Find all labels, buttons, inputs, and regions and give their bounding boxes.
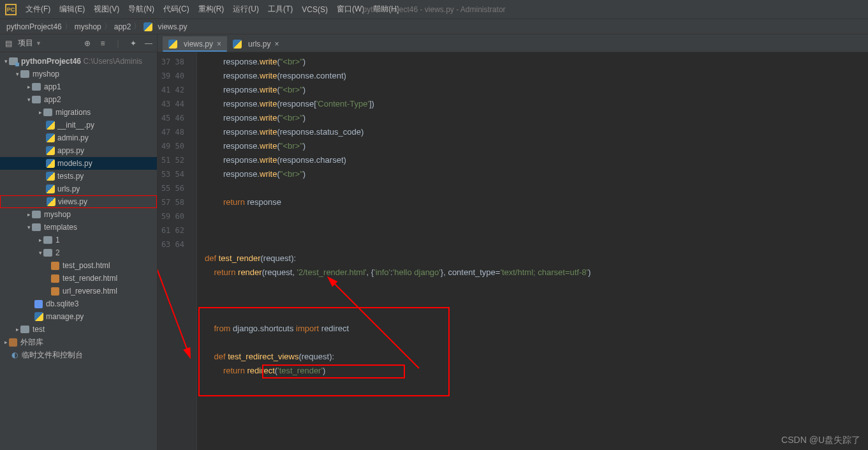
line-gutter[interactable]: 37 38 39 40 41 42 43 44 45 46 47 48 49 5… <box>158 52 188 450</box>
folder-icon <box>32 211 41 218</box>
tree-file[interactable]: urls.py <box>0 183 157 195</box>
watermark: CSDN @U盘失踪了 <box>781 435 860 446</box>
python-file-icon <box>46 133 55 142</box>
breadcrumb: pythonProject46 〉 myshop 〉 app2 〉 views.… <box>0 19 868 34</box>
chevron-down-icon: ▼ <box>36 40 41 47</box>
python-file-icon <box>46 146 55 155</box>
tree-file-highlighted[interactable]: views.py <box>0 195 157 208</box>
tree-folder[interactable]: ▾app2 <box>0 93 157 106</box>
menu-run[interactable]: 运行(U) <box>233 4 259 15</box>
tree-file[interactable]: test_render.html <box>0 272 157 285</box>
annotation-box <box>262 364 405 379</box>
folder-icon <box>9 57 18 65</box>
menu-file[interactable]: 文件(F) <box>26 4 50 15</box>
menu-refactor[interactable]: 重构(R) <box>198 4 224 15</box>
annotation-box <box>198 307 450 396</box>
tree-file[interactable]: admin.py <box>0 131 157 144</box>
tree-folder[interactable]: ▸1 <box>0 234 157 246</box>
expand-icon[interactable]: ≡ <box>98 39 107 48</box>
menu-code[interactable]: 代码(C) <box>163 4 189 15</box>
project-sidebar: ▤ 项目 ▼ ⊕ ≡ | ✦ — ▾pythonProject46 C:\Use… <box>0 34 158 450</box>
chevron-right-icon: 〉 <box>104 21 112 32</box>
tree-file[interactable]: test_post.html <box>0 259 157 272</box>
tab-views[interactable]: views.py× <box>163 36 227 52</box>
tree-file[interactable]: manage.py <box>0 310 157 323</box>
sidebar-title[interactable]: 项目 ▼ <box>18 38 41 49</box>
chevron-right-icon: 〉 <box>64 21 72 32</box>
scratch-icon: ◐ <box>10 350 19 359</box>
editor-body[interactable]: 37 38 39 40 41 42 43 44 45 46 47 48 49 5… <box>158 52 868 450</box>
tree-file[interactable]: tests.py <box>0 170 157 183</box>
project-tree[interactable]: ▾pythonProject46 C:\Users\Adminis ▾mysho… <box>0 52 157 364</box>
tree-folder[interactable]: ▾templates <box>0 221 157 234</box>
tree-file[interactable]: apps.py <box>0 144 157 157</box>
tab-urls[interactable]: urls.py× <box>227 36 284 52</box>
project-view-icon[interactable]: ▤ <box>4 39 13 48</box>
python-file-icon <box>46 121 55 130</box>
tree-file[interactable]: __init__.py <box>0 119 157 131</box>
title-bar: PC 文件(F) 编辑(E) 视图(V) 导航(N) 代码(C) 重构(R) 运… <box>0 0 868 19</box>
python-file-icon <box>47 197 55 206</box>
folder-icon <box>43 249 52 257</box>
tree-file[interactable]: db.sqlite3 <box>0 297 157 310</box>
window-title: pythonProject46 - views.py - Administrat… <box>362 5 505 14</box>
editor-area: views.py× urls.py× 37 38 39 40 41 42 43 … <box>158 34 868 450</box>
tree-folder[interactable]: ▾2 <box>0 246 157 259</box>
breadcrumb-root[interactable]: pythonProject46 <box>6 22 62 31</box>
menu-vcs[interactable]: VCS(S) <box>302 5 328 14</box>
python-file-icon <box>143 22 152 31</box>
app-logo-icon: PC <box>5 4 17 15</box>
breadcrumb-file[interactable]: views.py <box>158 22 187 31</box>
chevron-right-icon: 〉 <box>133 21 141 32</box>
folder-icon <box>32 96 41 103</box>
menu-window[interactable]: 窗口(W) <box>337 4 364 15</box>
library-icon <box>9 338 17 347</box>
html-file-icon <box>51 287 59 296</box>
menu-nav[interactable]: 导航(N) <box>128 4 154 15</box>
breadcrumb-item[interactable]: app2 <box>114 22 131 31</box>
close-icon[interactable]: × <box>274 40 279 49</box>
python-file-icon <box>46 159 55 168</box>
gutter-fold-area[interactable] <box>188 52 197 450</box>
sidebar-header: ▤ 项目 ▼ ⊕ ≡ | ✦ — <box>0 34 157 52</box>
database-icon <box>34 300 43 308</box>
python-file-icon <box>233 40 242 49</box>
python-file-icon <box>46 172 55 181</box>
tree-folder[interactable]: ▸myshop <box>0 208 157 221</box>
menu-view[interactable]: 视图(V) <box>94 4 119 15</box>
html-file-icon <box>51 262 59 270</box>
tree-folder[interactable]: ▸test <box>0 323 157 336</box>
target-icon[interactable]: ⊕ <box>83 39 92 48</box>
tree-folder[interactable]: ▸migrations <box>0 106 157 119</box>
editor-tabs: views.py× urls.py× <box>158 34 868 52</box>
tree-root[interactable]: ▾pythonProject46 C:\Users\Adminis <box>0 55 157 68</box>
tree-scratch[interactable]: ◐临时文件和控制台 <box>0 349 157 361</box>
divider-icon: | <box>114 39 122 48</box>
folder-icon <box>32 83 41 91</box>
folder-icon <box>20 70 29 78</box>
tree-file[interactable]: models.py <box>0 157 157 170</box>
python-file-icon <box>34 312 43 321</box>
hide-icon[interactable]: — <box>144 39 153 48</box>
folder-icon <box>20 326 29 333</box>
folder-icon <box>32 223 41 231</box>
folder-icon <box>43 109 52 116</box>
tree-folder[interactable]: ▾myshop <box>0 68 157 80</box>
tree-folder[interactable]: ▸app1 <box>0 80 157 93</box>
menu-tools[interactable]: 工具(T) <box>268 4 293 15</box>
close-icon[interactable]: × <box>217 40 221 49</box>
tree-external-libs[interactable]: ▸外部库 <box>0 336 157 349</box>
html-file-icon <box>51 274 59 283</box>
python-file-icon <box>46 184 55 193</box>
tree-file[interactable]: url_reverse.html <box>0 285 157 297</box>
python-file-icon <box>168 40 177 49</box>
folder-icon <box>43 236 52 244</box>
gear-icon[interactable]: ✦ <box>129 39 138 48</box>
menu-edit[interactable]: 编辑(E) <box>59 4 85 15</box>
breadcrumb-item[interactable]: myshop <box>75 22 101 31</box>
